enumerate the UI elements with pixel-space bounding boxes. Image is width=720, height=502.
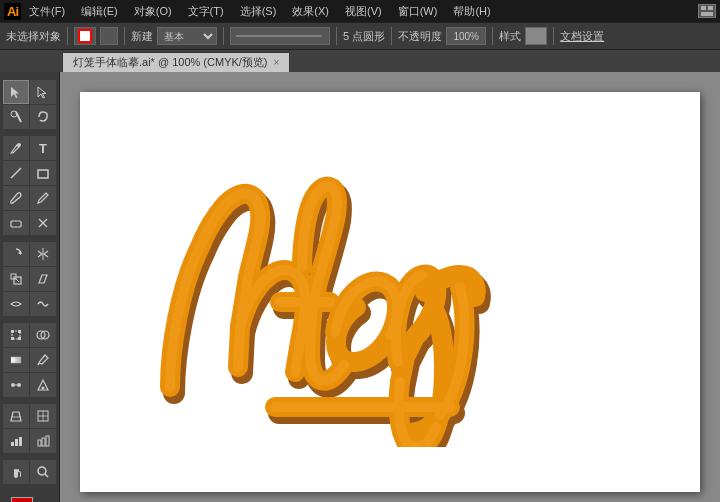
canvas (80, 92, 700, 492)
tool-column[interactable] (30, 429, 56, 453)
stroke-options-btn[interactable] (100, 27, 118, 45)
foreground-color-swatch[interactable] (11, 497, 33, 502)
opt-divider-7 (553, 27, 554, 45)
tool-pencil[interactable] (30, 186, 56, 210)
tool-graph[interactable] (3, 429, 29, 453)
svg-rect-21 (18, 337, 21, 340)
svg-rect-39 (46, 436, 49, 446)
tool-row-freetransform (0, 323, 59, 347)
menu-view[interactable]: 视图(V) (341, 2, 386, 21)
menu-effect[interactable]: 效果(X) (288, 2, 333, 21)
opt-divider-4 (336, 27, 337, 45)
tool-rect[interactable] (30, 161, 56, 185)
tool-magic-wand[interactable] (3, 105, 29, 129)
tool-direct-selection[interactable] (30, 80, 56, 104)
tab-close-btn[interactable]: × (274, 57, 280, 68)
brush-select[interactable]: 基本 (157, 27, 217, 45)
tool-pen[interactable] (3, 136, 29, 160)
tool-row-brush (0, 186, 59, 210)
tool-shape-builder[interactable] (30, 323, 56, 347)
tool-row-slice (0, 404, 59, 428)
tool-row-graph (0, 429, 59, 453)
svg-line-16 (15, 278, 19, 282)
tool-type[interactable]: T (30, 136, 56, 160)
svg-marker-12 (18, 251, 21, 255)
tool-gradient[interactable] (3, 348, 29, 372)
svg-rect-36 (19, 437, 22, 446)
tool-live-paint[interactable] (30, 373, 56, 397)
tool-line[interactable] (3, 161, 29, 185)
opt-divider-5 (391, 27, 392, 45)
options-bar: 未选择对象 新建 基本 5 点圆形 不透明度 样式 文档设置 (0, 22, 720, 50)
svg-rect-8 (38, 170, 48, 178)
tool-row-gradient (0, 348, 59, 372)
style-preview[interactable] (525, 27, 547, 45)
menu-select[interactable]: 选择(S) (236, 2, 281, 21)
menu-object[interactable]: 对象(O) (130, 2, 176, 21)
svg-rect-0 (701, 6, 706, 10)
tool-width[interactable] (3, 292, 29, 316)
tool-eraser[interactable] (3, 211, 29, 235)
brush-preview[interactable] (230, 27, 330, 45)
tool-warp[interactable] (30, 292, 56, 316)
svg-line-41 (45, 474, 48, 477)
opacity-input[interactable] (446, 27, 486, 45)
menu-type[interactable]: 文字(T) (184, 2, 228, 21)
tool-eyedropper[interactable] (30, 348, 56, 372)
svg-line-7 (11, 168, 21, 178)
svg-point-29 (42, 387, 45, 390)
svg-rect-38 (42, 438, 45, 446)
canvas-area[interactable] (60, 72, 720, 502)
menu-edit[interactable]: 编辑(E) (77, 2, 122, 21)
svg-point-26 (11, 383, 15, 387)
tool-scissors[interactable] (30, 211, 56, 235)
tool-selection[interactable] (3, 80, 29, 104)
title-bar: Ai 文件(F) 编辑(E) 对象(O) 文字(T) 选择(S) 效果(X) 视… (0, 0, 720, 22)
tool-shear[interactable] (30, 267, 56, 291)
svg-rect-1 (708, 6, 713, 10)
workspace-switcher[interactable] (698, 4, 716, 18)
document-tab[interactable]: 灯笼手体临摹.ai* @ 100% (CMYK/预览) × (62, 52, 290, 72)
document-setup-label[interactable]: 文档设置 (560, 29, 604, 44)
opt-divider-2 (124, 27, 125, 45)
opacity-label: 不透明度 (398, 29, 442, 44)
new-label: 新建 (131, 29, 153, 44)
tool-free-transform[interactable] (3, 323, 29, 347)
svg-rect-24 (11, 357, 21, 363)
tool-row-line (0, 161, 59, 185)
menu-file[interactable]: 文件(F) (25, 2, 69, 21)
lettering-artwork (120, 137, 660, 447)
stroke-icon[interactable] (74, 27, 96, 45)
svg-rect-9 (11, 221, 21, 227)
tool-row-eraser (0, 211, 59, 235)
tab-title: 灯笼手体临摹.ai* @ 100% (CMYK/预览) (73, 55, 268, 70)
tool-row-selection (0, 80, 59, 104)
tool-rotate[interactable] (3, 242, 29, 266)
tool-reflect[interactable] (30, 242, 56, 266)
svg-rect-2 (701, 12, 713, 16)
tool-zoom[interactable] (30, 460, 56, 484)
menu-window[interactable]: 窗口(W) (394, 2, 442, 21)
tool-scale[interactable] (3, 267, 29, 291)
svg-point-27 (17, 383, 21, 387)
svg-rect-34 (11, 442, 14, 446)
stroke-color-box (78, 29, 92, 43)
tool-row-hand (0, 460, 59, 484)
tool-blend[interactable] (3, 373, 29, 397)
tool-perspective[interactable] (3, 404, 29, 428)
svg-line-25 (38, 363, 39, 365)
tool-row-blend (0, 373, 59, 397)
point-label: 5 点圆形 (343, 29, 385, 44)
no-selection-label: 未选择对象 (6, 29, 61, 44)
tool-row-warp (0, 292, 59, 316)
menu-help[interactable]: 帮助(H) (449, 2, 494, 21)
tool-hand[interactable] (3, 460, 29, 484)
svg-rect-20 (11, 337, 14, 340)
tool-lasso[interactable] (30, 105, 56, 129)
style-label: 样式 (499, 29, 521, 44)
tool-paintbrush[interactable] (3, 186, 29, 210)
menu-bar: 文件(F) 编辑(E) 对象(O) 文字(T) 选择(S) 效果(X) 视图(V… (25, 2, 495, 21)
tool-mesh[interactable] (30, 404, 56, 428)
tool-row-scale (0, 267, 59, 291)
svg-rect-37 (38, 440, 41, 446)
